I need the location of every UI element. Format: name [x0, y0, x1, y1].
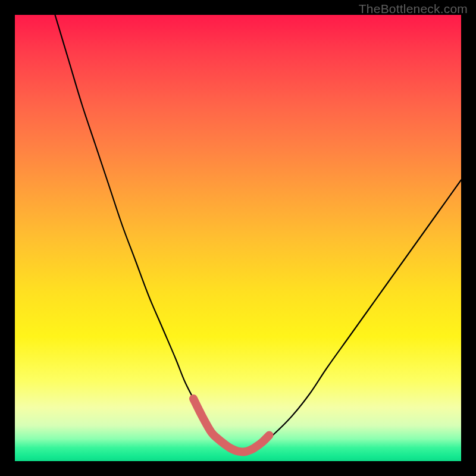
plot-area	[15, 15, 461, 461]
chart-frame: TheBottleneck.com	[0, 0, 476, 476]
curve-layer	[15, 15, 461, 461]
low-bottleneck-highlight	[193, 399, 270, 452]
watermark-text: TheBottleneck.com	[359, 2, 468, 16]
bottleneck-curve	[55, 15, 462, 452]
